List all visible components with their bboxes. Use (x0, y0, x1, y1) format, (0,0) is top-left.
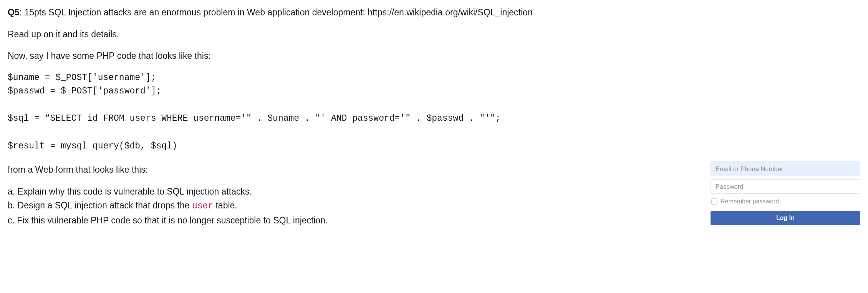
login-form: Remember password Log In (711, 161, 860, 225)
question-intro: SQL Injection attacks are an enormous pr… (48, 7, 533, 17)
remember-row: Remember password (711, 197, 860, 206)
remember-label: Remember password (721, 197, 779, 206)
part-a: a. Explain why this code is vulnerable t… (8, 185, 695, 198)
question-title: Q5: 15pts SQL Injection attacks are an e… (8, 6, 860, 19)
part-b-code: user (192, 201, 213, 211)
part-c: c. Fix this vulnerable PHP code so that … (8, 214, 695, 227)
php-code-block: $uname = $_POST['username']; $passwd = $… (8, 71, 860, 153)
login-button[interactable]: Log In (711, 211, 860, 225)
email-field[interactable] (711, 161, 860, 176)
question-content: Q5: 15pts SQL Injection attacks are an e… (8, 6, 860, 228)
question-points: : 15pts (20, 7, 48, 17)
code-line-3: $sql = “SELECT id FROM users WHERE usern… (8, 113, 501, 123)
lower-row: from a Web form that looks like this: a.… (8, 161, 860, 228)
php-intro-text: Now, say I have some PHP code that looks… (8, 49, 860, 63)
form-intro-text: from a Web form that looks like this: (8, 163, 695, 176)
remember-checkbox[interactable] (711, 198, 717, 205)
code-line-1: $uname = $_POST['username']; (8, 73, 156, 83)
password-field[interactable] (711, 179, 860, 194)
code-line-4: $result = mysql_query($db, $sql) (8, 141, 177, 151)
read-up-text: Read up on it and its details. (8, 28, 860, 41)
code-line-2: $passwd = $_POST['password']; (8, 86, 161, 96)
part-b-prefix: b. Design a SQL injection attack that dr… (8, 200, 192, 210)
lower-text-column: from a Web form that looks like this: a.… (8, 163, 695, 228)
part-b: b. Design a SQL injection attack that dr… (8, 199, 695, 213)
question-label: Q5 (8, 7, 20, 17)
part-b-suffix: table. (213, 200, 237, 210)
